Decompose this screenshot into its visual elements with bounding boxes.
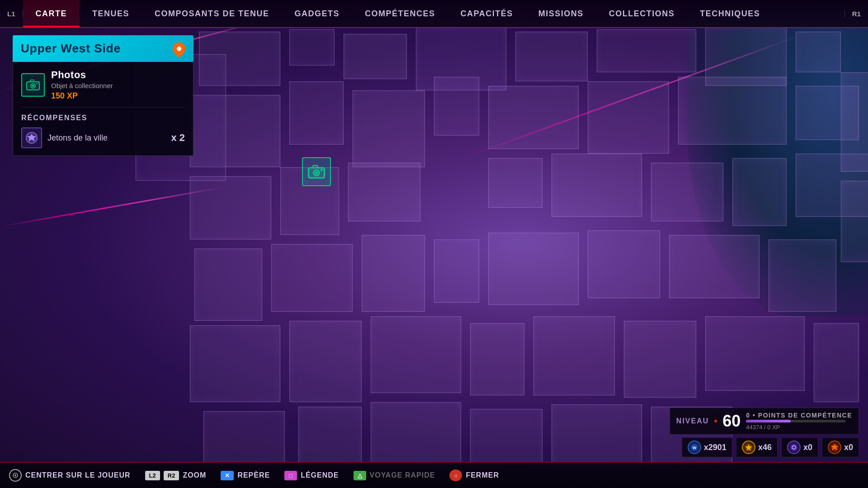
control-zoom: L2 R2 ZOOM — [145, 471, 207, 480]
xp-bar — [746, 420, 845, 422]
control-label-zoom: ZOOM — [183, 471, 206, 479]
control-label-repere: REPÈRE — [237, 471, 270, 479]
reward-count: x 2 — [171, 132, 185, 144]
top-navigation: L1 CARTE TENUES COMPOSANTS DE TENUE GADG… — [0, 0, 868, 28]
svg-point-4 — [37, 83, 38, 84]
r2-button[interactable]: R2 — [164, 471, 179, 480]
info-panel: Upper West Side Photos Objet à collectio… — [13, 35, 193, 156]
control-l3-center: CENTRER SUR LE JOUEUR — [9, 469, 131, 482]
panel-body: Photos Objet à collectionner 150 XP RÉCO… — [13, 62, 193, 156]
nav-item-missions[interactable]: MISSIONS — [526, 0, 596, 27]
l1-button[interactable]: L1 — [0, 10, 23, 18]
x-button[interactable]: ✕ — [221, 471, 234, 480]
nav-item-collections[interactable]: COLLECTIONS — [596, 0, 688, 27]
svg-point-21 — [14, 474, 16, 476]
level-row: NIVEAU 60 0 • POINTS DE COMPÉTENCE 44374… — [670, 408, 859, 435]
currency-icon-1: W — [688, 441, 701, 454]
currency-item-3: ⬡ x0 — [781, 437, 818, 457]
nav-item-capacites[interactable]: CAPACITÉS — [448, 0, 526, 27]
xp-text: 44374 / 0 XP — [746, 424, 780, 431]
circle-button[interactable]: ○ — [449, 469, 462, 481]
control-label-legende: LÉGENDE — [301, 471, 339, 479]
currency-icon-4 — [828, 441, 841, 454]
svg-point-9 — [315, 171, 318, 174]
currency-value-4: x0 — [844, 443, 853, 452]
control-label-center: CENTRER SUR LE JOUEUR — [25, 471, 131, 479]
svg-text:⬡: ⬡ — [792, 445, 796, 450]
camera-icon — [26, 78, 40, 92]
panel-header: Upper West Side — [13, 35, 193, 62]
currency-value-1: x2901 — [704, 443, 726, 452]
item-name: Photos — [51, 69, 113, 81]
nav-item-composants[interactable]: COMPOSANTS DE TENUE — [142, 0, 282, 27]
camera-icon-box — [21, 73, 45, 97]
item-xp: 150 XP — [51, 91, 113, 101]
currency-value-2: x46 — [758, 443, 772, 452]
panel-title: Upper West Side — [21, 42, 121, 56]
svg-point-2 — [32, 85, 34, 87]
r1-button[interactable]: R1 — [844, 10, 868, 18]
nav-item-carte[interactable]: CARTE — [23, 0, 80, 27]
reward-icon — [21, 127, 42, 148]
control-repere: ✕ REPÈRE — [221, 471, 270, 480]
token-icon — [25, 131, 38, 144]
bottom-bar: CENTRER SUR LE JOUEUR L2 R2 ZOOM ✕ REPÈR… — [0, 462, 868, 488]
square-button[interactable]: □ — [284, 471, 297, 480]
location-pin-icon — [170, 40, 188, 58]
item-type: Objet à collectionner — [51, 82, 113, 89]
stats-panel: NIVEAU 60 0 • POINTS DE COMPÉTENCE 44374… — [670, 408, 859, 457]
reward-row: Jetons de la ville x 2 — [21, 127, 185, 148]
l3-button[interactable] — [9, 469, 22, 482]
control-label-voyage: VOYAGE RAPIDE — [370, 471, 435, 479]
currency-item-2: x46 — [736, 437, 778, 457]
control-fermer: ○ FERMER — [449, 469, 499, 481]
currency-item-4: x0 — [822, 437, 859, 457]
control-label-fermer: FERMER — [466, 471, 499, 479]
l2-button[interactable]: L2 — [145, 471, 160, 480]
marker-box — [302, 157, 331, 186]
control-voyage: △ VOYAGE RAPIDE — [354, 471, 435, 480]
nav-item-competences[interactable]: COMPÉTENCES — [352, 0, 448, 27]
nav-item-techniques[interactable]: TECHNIQUES — [687, 0, 773, 27]
level-dot — [714, 420, 717, 422]
currency-icon-3: ⬡ — [787, 441, 801, 454]
svg-rect-3 — [30, 80, 34, 82]
svg-rect-10 — [313, 165, 318, 168]
nav-item-tenues[interactable]: TENUES — [80, 0, 142, 27]
map-camera-icon — [307, 163, 326, 181]
reward-name: Jetons de la ville — [47, 133, 108, 143]
niveau-value: 60 — [722, 412, 741, 431]
currency-row: W x2901 x46 ⬡ x0 x0 — [682, 437, 859, 457]
nav-item-gadgets[interactable]: GADGETS — [282, 0, 353, 27]
currency-item-1: W x2901 — [682, 437, 732, 457]
collectible-info: Photos Objet à collectionner 150 XP — [51, 69, 113, 101]
reward-left: Jetons de la ville — [21, 127, 108, 148]
niveau-label: NIVEAU — [676, 417, 709, 425]
svg-point-11 — [321, 169, 323, 171]
map-camera-marker[interactable] — [302, 157, 331, 186]
triangle-button[interactable]: △ — [354, 471, 366, 480]
collectible-row: Photos Objet à collectionner 150 XP — [21, 69, 185, 108]
currency-value-3: x0 — [803, 443, 812, 452]
currency-icon-2 — [742, 441, 755, 454]
xp-bar-fill — [746, 420, 791, 422]
points-block: 0 • POINTS DE COMPÉTENCE 44374 / 0 XP — [746, 412, 852, 431]
svg-text:W: W — [693, 446, 697, 450]
control-legende: □ LÉGENDE — [284, 471, 339, 480]
rewards-label: RÉCOMPENSES — [21, 114, 185, 122]
points-value: 0 • POINTS DE COMPÉTENCE — [746, 412, 852, 419]
